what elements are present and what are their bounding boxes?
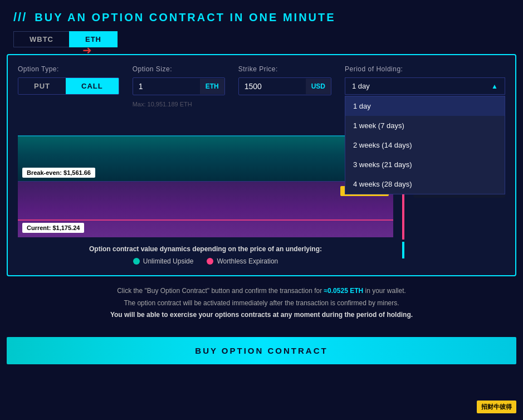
option-size-input[interactable]: [133, 78, 200, 95]
strike-price-input-wrapper: USD: [238, 77, 331, 95]
legend-items: Unlimited Upside Worthless Expiration: [18, 257, 393, 265]
page-header: /// BUY AN OPTION CONTRACT IN ONE MINUTE: [0, 0, 523, 31]
watermark: 招财牛彼得: [477, 401, 516, 413]
info-section: Click the "Buy Option Contract" button a…: [0, 276, 523, 330]
breakeven-badge: Break-even: $1,561.66: [22, 168, 95, 178]
option-size-label: Option Size:: [133, 65, 225, 73]
period-selected-value: 1 day: [352, 82, 370, 90]
upside-label: Unlimited Upside: [143, 257, 194, 265]
info-line3: You will be able to exercise your option…: [13, 309, 510, 321]
chart-legend: Option contract value dynamics depending…: [18, 245, 393, 265]
upside-dot: [133, 258, 140, 265]
buy-button-section: BUY OPTION CONTRACT: [0, 330, 523, 371]
main-card: Option Type: PUT CALL Option Size: ETH M…: [7, 54, 516, 276]
worthless-dot: [207, 258, 213, 265]
info-line1-suffix: in your wallet.: [363, 287, 406, 295]
legend-item-worthless: Worthless Expiration: [207, 257, 278, 265]
upper-chart-line: [18, 135, 393, 136]
chevron-up-icon: ▲: [491, 82, 498, 90]
option-size-unit: ETH: [200, 79, 224, 94]
asset-tab-eth[interactable]: ETH: [69, 31, 118, 47]
legend-title: Option contract value dynamics depending…: [18, 245, 393, 253]
strike-price-label: Strike Price:: [238, 65, 331, 73]
asset-tab-wbtc[interactable]: WBTC: [13, 31, 69, 47]
legend-item-upside: Unlimited Upside: [133, 257, 194, 265]
controls-row: Option Type: PUT CALL Option Size: ETH M…: [18, 65, 505, 108]
current-badge: Current: $1,175.24: [22, 223, 84, 233]
period-option-2weeks[interactable]: 2 weeks (14 days): [345, 135, 505, 155]
worthless-label: Worthless Expiration: [217, 257, 278, 265]
strike-price-group: Strike Price: USD: [238, 65, 331, 95]
option-size-group: Option Size: ETH Max: 10,951.189 ETH: [133, 65, 225, 108]
upper-chart: Break-even: $1,561.66: [18, 118, 393, 182]
buy-option-contract-button[interactable]: BUY OPTION CONTRACT: [7, 337, 516, 364]
period-label: Period of Holding:: [345, 65, 505, 73]
strike-price-unit: USD: [306, 79, 331, 94]
period-option-4weeks[interactable]: 4 weeks (28 days): [345, 174, 505, 194]
page-title: BUY AN OPTION CONTRACT IN ONE MINUTE: [35, 11, 335, 24]
info-line1-prefix: Click the "Buy Option Contract" button a…: [117, 287, 324, 295]
period-select[interactable]: 1 day ▲: [345, 77, 505, 95]
vert-cyan-bar: [402, 242, 404, 258]
logo-slashes: ///: [13, 10, 27, 25]
asset-tab-bar: WBTC ETH ➜: [0, 31, 523, 54]
period-group: Period of Holding: 1 day ▲ 1 day 1 week …: [345, 65, 505, 95]
pink-line: [18, 219, 393, 221]
option-size-input-wrapper: ETH: [133, 77, 225, 95]
option-size-hint: Max: 10,951.189 ETH: [133, 101, 225, 108]
info-line2: The option contract will be activated im…: [13, 297, 510, 310]
info-line1: Click the "Buy Option Contract" button a…: [13, 285, 510, 297]
period-dropdown: 1 day 1 week (7 days) 2 weeks (14 days) …: [345, 96, 505, 194]
period-option-1week[interactable]: 1 week (7 days): [345, 116, 505, 135]
period-option-3weeks[interactable]: 3 weeks (21 days): [345, 155, 505, 174]
option-type-toggle: PUT CALL: [18, 77, 119, 95]
info-line1-highlight: ≈0.0525 ETH: [324, 287, 364, 295]
option-type-group: Option Type: PUT CALL: [18, 65, 119, 95]
put-button[interactable]: PUT: [18, 78, 66, 94]
option-type-label: Option Type:: [18, 65, 119, 73]
lower-chart: Strike: $1,500 Current: $1,175.24: [18, 182, 393, 237]
chart-container: Break-even: $1,561.66 Strike: $1,500 Cur…: [18, 118, 393, 265]
call-button[interactable]: CALL: [66, 78, 119, 94]
strike-price-input[interactable]: [239, 78, 306, 95]
period-option-1day[interactable]: 1 day: [345, 96, 505, 116]
